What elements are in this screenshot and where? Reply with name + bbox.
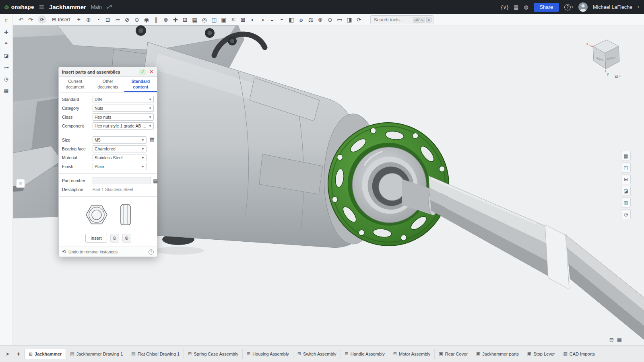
assembly-tree-toggle[interactable]: ≣ [16,179,25,188]
sheet-metal-icon[interactable]: ◨ [345,15,354,24]
onshape-logo[interactable]: ⊚ onshape [4,4,34,11]
bom-panel-icon[interactable]: ▤ [621,151,631,161]
insert-panel-icon[interactable]: ⊞ [621,174,631,184]
explode-view-icon[interactable]: ⊠ [238,15,248,24]
tab-jackhammer-drawing-1[interactable]: ▤ Jackhammer Drawing 1 [66,349,127,359]
display-states-icon[interactable]: ◒ [267,15,277,24]
circular-pattern-icon[interactable]: ◎ [200,15,209,24]
transform-icon[interactable]: ✚ [2,28,11,36]
help-menu[interactable]: ? ▾ [564,4,573,10]
tab-housing-assembly[interactable]: ⊞ Housing Assembly [243,349,293,359]
tab-stop-lever[interactable]: ▣ Stop Lever [523,349,559,359]
tab-rear-cover[interactable]: ▣ Rear Cover [435,349,472,359]
undo-icon[interactable]: ↶ [16,15,26,24]
measure-icon[interactable]: ⌀ [296,15,306,24]
tables-icon[interactable]: ▦ [2,86,11,95]
mate-connector-icon[interactable]: ✚ [171,15,180,24]
workspace-label[interactable]: Main [91,4,102,10]
insert-confirm-button[interactable]: Insert [85,234,107,243]
tab-flat-chisel-drawing-1[interactable]: ▤ Flat Chisel Drawing 1 [127,349,184,359]
user-menu-caret-icon[interactable]: ▾ [638,5,639,9]
insert-options-icon[interactable]: ⊛ [122,234,131,243]
tangent-mate-icon[interactable]: ⊛ [161,15,171,24]
slider-mate-icon[interactable]: ⊟ [103,15,113,24]
replicate-icon[interactable]: ▣ [219,15,229,24]
learning-center-icon[interactable]: ◍ [524,4,528,10]
tab-jackhammer[interactable]: ⊞ Jackhammer [25,349,66,359]
main-menu-icon[interactable]: ☰ [39,4,44,11]
insert-multiple-icon[interactable]: ⊜ [110,234,119,243]
export-icon[interactable]: ⟳ [354,15,364,24]
frame-icon[interactable]: ▭ [335,15,345,24]
tab-motor-assembly[interactable]: ⊞ Motor Assembly [389,349,435,359]
tab-spring-case-assembly[interactable]: ⊞ Spring Case Assembly [184,349,243,359]
field-dropdown[interactable]: Hex nuts ▼ [93,113,154,121]
grid-settings-icon[interactable]: ▦ [617,337,622,343]
field-dropdown[interactable]: M5 ▼ [93,136,147,144]
feature-list-icon[interactable]: ⌗ [2,16,11,25]
configurations-panel-icon[interactable]: ◶ [621,209,631,219]
hole-icon[interactable]: ⊙ [325,15,335,24]
info-icon[interactable]: ? [149,249,154,255]
close-icon[interactable]: ✕ [149,69,155,75]
view-cube-menu[interactable]: ⧈ ▾ [615,73,621,79]
app-store-icon[interactable]: ▦ [514,4,518,10]
parallel-mate-icon[interactable]: ∥ [151,15,161,24]
update-references-icon[interactable]: ⟳ [38,15,46,24]
add-tab-button[interactable]: + [13,350,25,357]
appearance-flyout-icon[interactable]: ◪ [621,186,631,196]
tab-cad-imports[interactable]: ▧ CAD Imports [559,349,599,359]
redo-icon[interactable]: ↷ [26,15,35,24]
snapshot-icon[interactable]: ◐ [248,15,258,24]
insert-tool-button[interactable]: ⊞ Insert [49,15,73,25]
undo-instances-icon[interactable]: ⟲ [62,249,66,255]
mass-properties-icon[interactable]: ⚖ [306,15,316,24]
linear-pattern-icon[interactable]: ▦ [190,15,200,24]
group-icon[interactable]: ⊞ [180,15,190,24]
view-cube[interactable]: Right Bottom x y [582,34,626,78]
field-dropdown[interactable]: Chamfered ▼ [93,145,147,152]
fastened-mate-icon[interactable]: ⊕ [84,15,93,24]
undo-instances-label[interactable]: Undo to remove instances [68,249,146,254]
field-dropdown[interactable]: Plain ▼ [93,163,147,170]
print-preview-icon[interactable]: ⊟ [609,337,614,343]
part-number-config-icon[interactable]: ▦ [153,178,158,184]
named-views-panel-icon[interactable]: ◳ [621,162,631,173]
tab-jackhammer-parts[interactable]: ▣ Jackhammer parts [472,349,523,359]
section-view-icon[interactable]: ◧ [287,15,296,24]
follow-mode-icon[interactable]: ⊶ [2,63,11,71]
tab-manager-icon[interactable]: ➤ [2,351,13,357]
cylindrical-mate-icon[interactable]: ⊘ [122,15,132,24]
field-dropdown[interactable]: Stainless Steel ▼ [93,154,147,161]
avatar[interactable] [578,2,588,12]
dialog-header[interactable]: Insert parts and assemblies ✓ ✕ [59,67,157,77]
ball-mate-icon[interactable]: ◉ [142,15,151,24]
part-number-input[interactable] [93,177,151,184]
interference-detection-icon[interactable]: ⊗ [316,15,325,24]
comments-icon[interactable]: ❝ [2,40,11,48]
tab-current-document[interactable]: Current document [59,77,91,92]
field-dropdown[interactable]: DIN ▼ [93,96,154,103]
share-link-icon[interactable] [107,4,112,10]
mate-icon[interactable]: ⌖ [74,15,84,24]
user-name[interactable]: Michael LaFleche [593,4,632,10]
search-tools-input[interactable] [374,17,411,22]
history-icon[interactable]: ◷ [2,75,11,83]
named-positions-icon[interactable]: ◑ [258,15,267,24]
tab-switch-assembly[interactable]: ⊞ Switch Assembly [293,349,341,359]
featurescript-icon[interactable]: {∨} [501,4,508,10]
custom-tables-icon[interactable]: ▥ [621,197,631,208]
appearance-icon[interactable]: ◓ [277,15,287,24]
mirror-icon[interactable]: ◫ [209,15,219,24]
field-dropdown[interactable]: Hex nut style 1 grade AB DIN EN ▼ [93,122,154,130]
pin-slot-mate-icon[interactable]: ⊖ [132,15,142,24]
planar-mate-icon[interactable]: ▱ [113,15,122,24]
accept-icon[interactable]: ✓ [139,69,146,75]
tab-handle-assembly[interactable]: ⊞ Handle Assembly [341,349,389,359]
appearance-panel-icon[interactable]: ◪ [2,51,11,60]
share-button[interactable]: Share [534,3,559,12]
revolute-mate-icon[interactable]: ◔ [93,15,103,24]
tab-standard-content[interactable]: Standard content [124,77,157,92]
size-table-icon[interactable]: ▦ [150,136,155,142]
field-dropdown[interactable]: Nuts ▼ [93,105,154,112]
